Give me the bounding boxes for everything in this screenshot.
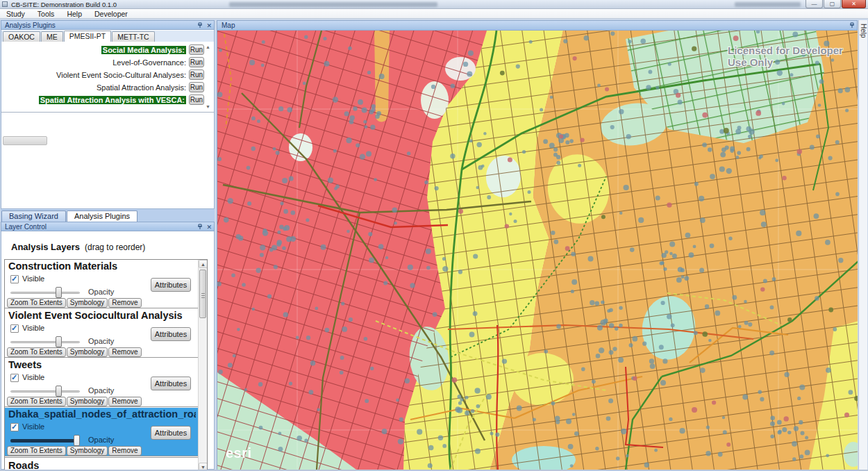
layer-title: Violent Event Sociocultural Analysis (8, 310, 196, 321)
layer-list: Construction Materials Visible Opacity A… (4, 259, 208, 470)
layer-title: Tweets (8, 359, 196, 370)
visible-label: Visible (22, 324, 44, 332)
opacity-slider-thumb[interactable] (56, 336, 62, 347)
layers-heading-title: Analysis Layers (11, 242, 80, 252)
tab-mett-tc[interactable]: METT-TC (112, 31, 155, 42)
analysis-governance: Level-of-Governance: (112, 58, 186, 67)
symbology-button[interactable]: Symbology (67, 397, 108, 406)
menu-help[interactable]: Help (60, 10, 88, 18)
visible-checkbox[interactable] (10, 423, 19, 431)
visible-label: Visible (22, 422, 44, 431)
map-heatmap (217, 31, 858, 470)
layer-card-dhaka-vesca[interactable]: Dhaka_spatial_nodes_of_attraction_roads_… (5, 408, 198, 456)
run-spatial-attraction-button[interactable]: Run (189, 82, 204, 92)
tab-oakoc[interactable]: OAKOC (3, 31, 40, 42)
layer-title: Construction Materials (8, 261, 196, 272)
symbology-button[interactable]: Symbology (67, 298, 108, 308)
collapsed-progress-chip (3, 136, 47, 145)
app-icon (2, 1, 8, 7)
tab-me[interactable]: ME (41, 31, 63, 42)
layer-card-construction-materials[interactable]: Construction Materials Visible Opacity A… (5, 260, 198, 308)
menu-study[interactable]: Study (0, 10, 31, 18)
analysis-violent-event: Violent Event Socio-Cultural Analyses: (56, 71, 186, 79)
attributes-button[interactable]: Attributes (151, 377, 191, 390)
remove-button[interactable]: Remove (108, 446, 141, 456)
visible-checkbox[interactable] (10, 324, 19, 333)
dock-tab-strip: Basing Wizard Analysis Plugins (1, 209, 215, 222)
opacity-label: Opacity (88, 436, 114, 444)
tab-help-vertical[interactable]: Help (860, 24, 867, 38)
plugin-tab-strip: OAKOC ME PMESII-PT METT-TC (1, 31, 214, 42)
help-side-strip: Help (858, 20, 867, 470)
zoom-to-extents-button[interactable]: Zoom To Extents (7, 397, 66, 406)
license-watermark: Licensed for Developer Use Only (728, 44, 858, 68)
scroll-up-icon[interactable]: ▲ (206, 44, 210, 49)
scroll-up-icon[interactable]: ▲ (199, 260, 208, 268)
analysis-plugins-header[interactable]: Analysis Plugins ✕ (1, 20, 215, 30)
menu-tools[interactable]: Tools (31, 10, 61, 18)
run-governance-button[interactable]: Run (189, 57, 204, 67)
visible-label: Visible (22, 373, 44, 381)
plugin-analysis-list: Social Media Analysis: Run Level-of-Gove… (1, 42, 214, 113)
pin-icon[interactable] (849, 22, 855, 28)
layer-title: Roads (8, 460, 196, 470)
title-bar[interactable]: CB-SITE: Demonstration Build 0.1.0 — ▢ ✕ (0, 0, 868, 9)
tab-pmesii-pt[interactable]: PMESII-PT (64, 31, 112, 42)
attributes-button[interactable]: Attributes (151, 426, 191, 440)
map-title: Map (222, 22, 235, 29)
window-title: CB-SITE: Demonstration Build 0.1.0 (11, 1, 117, 8)
background-window-ghost (735, 2, 801, 7)
opacity-slider[interactable] (10, 435, 80, 446)
opacity-label: Opacity (88, 288, 114, 296)
remove-button[interactable]: Remove (108, 298, 141, 308)
layer-list-scrollbar[interactable]: ▲ ▼ (198, 260, 207, 470)
opacity-slider-thumb[interactable] (56, 386, 62, 397)
layer-control-title: Layer Control (5, 223, 47, 231)
attributes-button[interactable]: Attributes (151, 327, 191, 341)
minimize-button[interactable]: — (806, 0, 823, 8)
zoom-to-extents-button[interactable]: Zoom To Extents (7, 298, 66, 308)
close-panel-icon[interactable]: ✕ (206, 22, 212, 30)
opacity-slider[interactable] (10, 386, 80, 397)
run-social-media-button[interactable]: Run (189, 44, 204, 55)
remove-button[interactable]: Remove (108, 397, 141, 406)
menu-bar: Study Tools Help Developer (0, 9, 868, 19)
menu-developer[interactable]: Developer (88, 10, 134, 18)
symbology-button[interactable]: Symbology (67, 446, 108, 456)
visible-checkbox[interactable] (10, 275, 19, 283)
background-window-ghost (229, 2, 437, 7)
scrollbar-thumb[interactable] (199, 270, 206, 318)
close-button[interactable]: ✕ (842, 0, 866, 8)
layer-card-tweets[interactable]: Tweets Visible Opacity Attributes Zoom T… (5, 358, 198, 407)
layers-heading: Analysis Layers (drag to reorder) (11, 242, 145, 252)
pin-icon[interactable] (197, 22, 203, 28)
map-canvas[interactable]: Licensed for Developer Use Only esri (217, 31, 858, 470)
opacity-label: Opacity (88, 337, 114, 345)
pin-icon[interactable] (197, 224, 203, 230)
layer-card-roads[interactable]: Roads (5, 457, 198, 470)
run-violent-event-button[interactable]: Run (189, 69, 204, 80)
opacity-slider-thumb[interactable] (74, 435, 80, 446)
scroll-down-icon[interactable]: ▼ (206, 104, 210, 109)
opacity-label: Opacity (88, 386, 114, 395)
layer-card-violent-event[interactable]: Violent Event Sociocultural Analysis Vis… (5, 309, 198, 358)
layer-control-header[interactable]: Layer Control ✕ (1, 222, 215, 231)
maximize-button[interactable]: ▢ (824, 0, 841, 8)
opacity-slider-thumb[interactable] (56, 287, 62, 298)
zoom-to-extents-button[interactable]: Zoom To Extents (7, 446, 66, 456)
close-panel-icon[interactable]: ✕ (206, 223, 212, 231)
map-panel-header[interactable]: Map (217, 20, 858, 31)
plugin-panel-body (1, 113, 214, 208)
opacity-slider[interactable] (10, 287, 80, 298)
run-spatial-vesca-button[interactable]: Run (189, 94, 204, 105)
analysis-plugins-panel: Analysis Plugins ✕ OAKOC ME PMESII-PT ME… (1, 20, 215, 209)
zoom-to-extents-button[interactable]: Zoom To Extents (7, 347, 66, 357)
tab-analysis-plugins[interactable]: Analysis Plugins (67, 210, 137, 222)
opacity-slider[interactable] (10, 336, 80, 347)
remove-button[interactable]: Remove (108, 347, 141, 357)
visible-checkbox[interactable] (10, 374, 19, 382)
analysis-social-media: Social Media Analysis: (101, 46, 186, 54)
attributes-button[interactable]: Attributes (151, 278, 191, 292)
tab-basing-wizard[interactable]: Basing Wizard (1, 210, 66, 222)
symbology-button[interactable]: Symbology (67, 347, 108, 357)
